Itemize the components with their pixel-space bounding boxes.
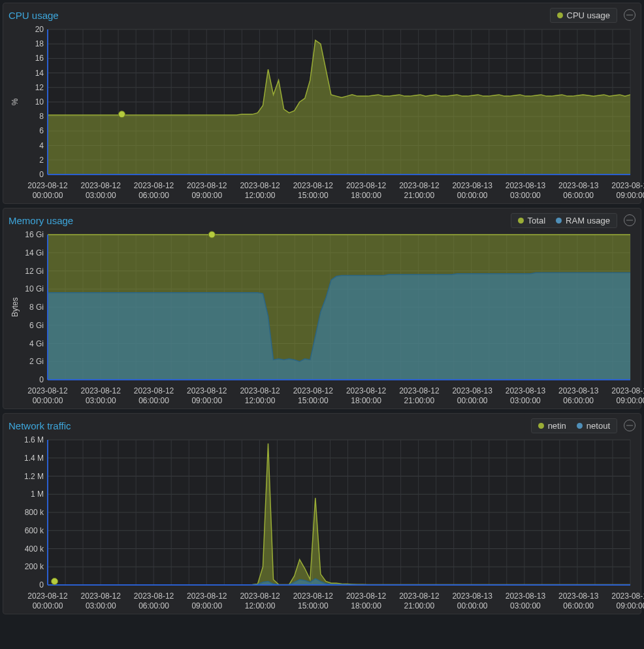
svg-text:16: 16 [35,54,44,63]
svg-text:200 k: 200 k [25,562,44,571]
collapse-icon[interactable] [624,214,636,226]
legend-dot-icon [556,218,562,224]
svg-text:0: 0 [39,375,44,384]
legend-memory: Total RAM usage [511,213,617,228]
svg-point-117 [208,231,215,238]
legend-item-total[interactable]: Total [513,214,551,227]
panel-title-network: Network traffic [8,420,531,431]
svg-text:12 Gi: 12 Gi [25,267,44,276]
svg-text:1.2 M: 1.2 M [24,472,44,481]
svg-text:8 Gi: 8 Gi [29,303,44,312]
svg-text:0: 0 [39,170,44,178]
collapse-icon[interactable] [624,9,636,21]
svg-text:800 k: 800 k [25,508,44,517]
svg-text:0: 0 [39,580,44,589]
svg-text:6: 6 [39,126,44,135]
svg-text:14 Gi: 14 Gi [25,248,44,258]
legend-item-ram-usage[interactable]: RAM usage [551,214,615,227]
svg-text:8: 8 [39,112,44,121]
svg-text:16 Gi: 16 Gi [25,231,44,239]
svg-text:4 Gi: 4 Gi [29,339,44,348]
svg-text:2: 2 [39,156,44,165]
svg-text:1 M: 1 M [31,490,44,499]
legend-network: netin netout [531,418,617,433]
legend-dot-icon [518,218,524,224]
chart-memory[interactable]: 02 Gi4 Gi6 Gi8 Gi10 Gi12 Gi14 Gi16 GiByt… [8,231,636,406]
svg-text:18: 18 [35,39,44,48]
svg-text:10: 10 [35,97,44,107]
svg-text:14: 14 [35,69,44,78]
svg-text:6 Gi: 6 Gi [29,321,44,330]
svg-text:400 k: 400 k [25,544,44,554]
svg-point-60 [119,111,125,118]
legend-item-netout[interactable]: netout [572,420,615,432]
collapse-icon[interactable] [624,420,636,431]
legend-cpu: CPU usage [550,8,617,23]
legend-dot-icon [577,423,583,429]
legend-item-cpu-usage[interactable]: CPU usage [552,9,615,22]
svg-text:1.4 M: 1.4 M [24,454,44,463]
panel-memory-usage: Memory usage Total RAM usage 02 Gi4 Gi6 … [3,208,641,409]
svg-text:12: 12 [35,83,44,92]
panel-title-cpu: CPU usage [8,10,550,21]
chart-network[interactable]: 0200 k400 k600 k800 k1 M1.2 M1.4 M1.6 M … [8,436,636,611]
svg-text:1.6 M: 1.6 M [24,436,44,444]
legend-dot-icon [557,12,563,18]
svg-text:Bytes: Bytes [10,297,20,317]
legend-dot-icon [538,423,544,429]
svg-text:20: 20 [35,25,44,34]
svg-point-173 [52,578,58,584]
legend-item-netin[interactable]: netin [533,420,572,432]
svg-text:%: % [10,98,20,105]
svg-text:4: 4 [39,141,44,150]
panel-cpu-usage: CPU usage CPU usage 02468101214161820% 2… [3,3,641,204]
svg-text:2 Gi: 2 Gi [29,357,44,366]
svg-text:10 Gi: 10 Gi [25,284,44,293]
svg-text:600 k: 600 k [25,526,44,535]
chart-cpu[interactable]: 02468101214161820% 2023-08-1200:00:00202… [8,25,636,201]
panel-title-memory: Memory usage [8,215,511,226]
panel-network-traffic: Network traffic netin netout 0200 k400 k… [3,413,641,614]
